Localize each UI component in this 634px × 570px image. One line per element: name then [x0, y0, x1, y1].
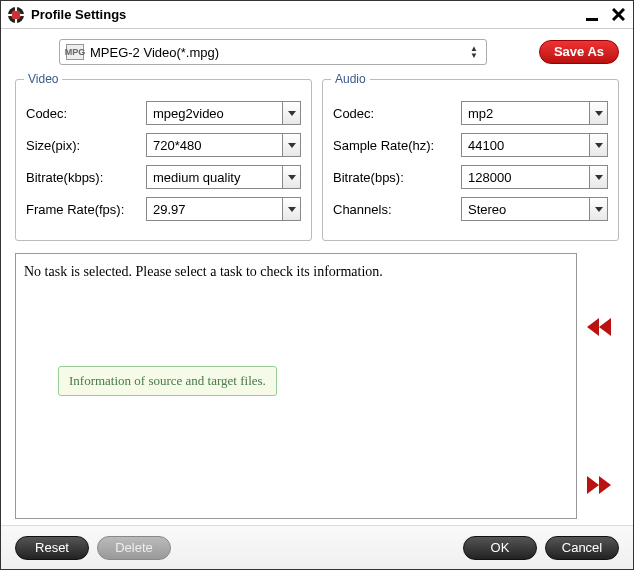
video-framerate-row: Frame Rate(fps): 29.97 — [26, 196, 301, 222]
info-box: No task is selected. Please select a tas… — [15, 253, 577, 519]
audio-bitrate-row: Bitrate(bps): 128000 — [333, 164, 608, 190]
save-as-button[interactable]: Save As — [539, 40, 619, 64]
profile-settings-window: Profile Settings MPG MPEG-2 Video(*.mpg)… — [0, 0, 634, 570]
profile-row: MPG MPEG-2 Video(*.mpg) ▲▼ Save As — [15, 39, 619, 65]
video-group: Video Codec: mpeg2video Size(pix): 720*4… — [15, 79, 312, 241]
video-framerate-label: Frame Rate(fps): — [26, 202, 146, 217]
spinner-icon[interactable]: ▲▼ — [466, 45, 482, 59]
audio-channels-label: Channels: — [333, 202, 461, 217]
svg-rect-5 — [20, 14, 24, 16]
audio-channels-value: Stereo — [468, 202, 506, 217]
audio-group: Audio Codec: mp2 Sample Rate(hz): 44100 — [322, 79, 619, 241]
chevron-down-icon — [282, 102, 300, 124]
audio-codec-value: mp2 — [468, 106, 493, 121]
reset-button[interactable]: Reset — [15, 536, 89, 560]
next-arrow-button[interactable] — [583, 471, 615, 499]
audio-samplerate-row: Sample Rate(hz): 44100 — [333, 132, 608, 158]
video-bitrate-row: Bitrate(kbps): medium quality — [26, 164, 301, 190]
chevron-down-icon — [589, 166, 607, 188]
chevron-down-icon — [589, 198, 607, 220]
video-bitrate-select[interactable]: medium quality — [146, 165, 301, 189]
chevron-down-icon — [589, 134, 607, 156]
chevron-down-icon — [282, 166, 300, 188]
chevron-down-icon — [282, 198, 300, 220]
video-bitrate-label: Bitrate(kbps): — [26, 170, 146, 185]
audio-codec-label: Codec: — [333, 106, 461, 121]
svg-rect-6 — [586, 18, 598, 21]
app-icon — [7, 6, 25, 24]
info-message: No task is selected. Please select a tas… — [24, 264, 383, 279]
info-tooltip: Information of source and target files. — [58, 366, 277, 396]
format-icon: MPG — [66, 44, 84, 60]
audio-codec-select[interactable]: mp2 — [461, 101, 608, 125]
video-size-select[interactable]: 720*480 — [146, 133, 301, 157]
delete-button[interactable]: Delete — [97, 536, 171, 560]
ok-button[interactable]: OK — [463, 536, 537, 560]
profile-select-text: MPEG-2 Video(*.mpg) — [90, 45, 466, 60]
video-codec-value: mpeg2video — [153, 106, 224, 121]
audio-codec-row: Codec: mp2 — [333, 100, 608, 126]
video-size-label: Size(pix): — [26, 138, 146, 153]
profile-select[interactable]: MPG MPEG-2 Video(*.mpg) ▲▼ — [59, 39, 487, 65]
video-framerate-select[interactable]: 29.97 — [146, 197, 301, 221]
content-area: MPG MPEG-2 Video(*.mpg) ▲▼ Save As Video… — [1, 29, 633, 525]
audio-bitrate-label: Bitrate(bps): — [333, 170, 461, 185]
audio-samplerate-select[interactable]: 44100 — [461, 133, 608, 157]
video-legend: Video — [24, 72, 62, 86]
video-framerate-value: 29.97 — [153, 202, 186, 217]
video-codec-row: Codec: mpeg2video — [26, 100, 301, 126]
settings-groups: Video Codec: mpeg2video Size(pix): 720*4… — [15, 79, 619, 241]
svg-rect-3 — [15, 19, 17, 23]
titlebar: Profile Settings — [1, 1, 633, 29]
close-button[interactable] — [609, 6, 627, 24]
audio-channels-select[interactable]: Stereo — [461, 197, 608, 221]
video-size-row: Size(pix): 720*480 — [26, 132, 301, 158]
window-title: Profile Settings — [31, 7, 583, 22]
audio-channels-row: Channels: Stereo — [333, 196, 608, 222]
minimize-button[interactable] — [583, 6, 601, 24]
video-codec-select[interactable]: mpeg2video — [146, 101, 301, 125]
svg-point-1 — [11, 10, 21, 20]
chevron-down-icon — [589, 102, 607, 124]
video-codec-label: Codec: — [26, 106, 146, 121]
audio-bitrate-select[interactable]: 128000 — [461, 165, 608, 189]
audio-legend: Audio — [331, 72, 370, 86]
nav-arrows — [583, 253, 619, 519]
video-bitrate-value: medium quality — [153, 170, 240, 185]
info-area: No task is selected. Please select a tas… — [15, 253, 619, 519]
window-buttons — [583, 6, 627, 24]
chevron-down-icon — [282, 134, 300, 156]
audio-samplerate-label: Sample Rate(hz): — [333, 138, 461, 153]
video-size-value: 720*480 — [153, 138, 201, 153]
svg-rect-2 — [15, 7, 17, 11]
svg-rect-4 — [8, 14, 12, 16]
footer: Reset Delete OK Cancel — [1, 525, 633, 569]
audio-bitrate-value: 128000 — [468, 170, 511, 185]
cancel-button[interactable]: Cancel — [545, 536, 619, 560]
audio-samplerate-value: 44100 — [468, 138, 504, 153]
prev-arrow-button[interactable] — [583, 313, 615, 341]
